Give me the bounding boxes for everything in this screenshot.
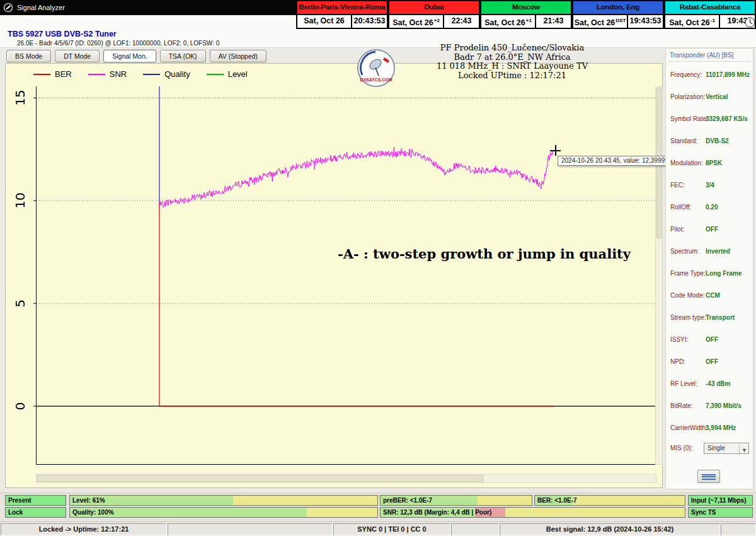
tab-tsa-ok-[interactable]: TSA (OK) xyxy=(160,50,206,62)
clock-date: Sat, Oct 26+2 xyxy=(388,15,443,29)
param-value: -43 dBm xyxy=(706,380,730,387)
mis-select[interactable]: Single ▼ xyxy=(704,443,749,454)
site-header-line4: Locked UPtime : 12:17:21 xyxy=(383,71,641,81)
param-label: FEC: xyxy=(670,182,685,189)
clock-date: Sat, Oct 26 xyxy=(296,15,351,29)
param-value: 7,390 Mbit/s xyxy=(706,402,742,409)
window-title: Signal Analyzer xyxy=(17,4,65,11)
clock-icon xyxy=(745,17,755,28)
status-label: Quality: 100% xyxy=(72,508,114,518)
clock-panel: MoscowSat, Oct 26+121:43 xyxy=(480,0,572,29)
series-snr xyxy=(159,147,553,207)
param-value: OFF xyxy=(706,336,718,343)
y-tick-label: 10 xyxy=(13,188,27,213)
clock-date: Sat, Oct 26-1 xyxy=(664,15,719,29)
status-label: preBER: <1.0E-7 xyxy=(383,496,432,506)
dxsatcs-logo: DXSATCS.COM xyxy=(357,49,396,88)
legend-item-ber: BER xyxy=(33,69,72,79)
chart-annotation: -A- : two-step growth or jump in quality xyxy=(338,246,631,262)
status-preber: preBER: <1.0E-7 xyxy=(380,495,532,506)
tab-signal-mon-[interactable]: Signal Mon. xyxy=(103,50,156,62)
transponder-row: Frequency:11017,899 MHz xyxy=(666,71,753,80)
param-label: Standard: xyxy=(670,137,697,144)
clock-panel: Rabat-CasablancaSat, Oct 26-119:43 xyxy=(664,0,756,29)
tab-dt-mode[interactable]: DT Mode xyxy=(55,50,100,62)
status-snr: SNR: 12,3 dB (Margin: 4,4 dB | Poor) xyxy=(380,507,685,518)
clock-time: 20:43:53 xyxy=(351,15,388,29)
param-value: 8PSK xyxy=(706,160,722,166)
meter-segment xyxy=(307,508,377,517)
clock-tz-label: -1 xyxy=(711,18,715,23)
menu-lines-icon xyxy=(702,474,716,475)
transponder-row: RF Level:-43 dBm xyxy=(666,380,753,389)
clock-date: Sat, Oct 26DST xyxy=(572,15,627,29)
y-tick-label: 5 xyxy=(13,291,27,316)
legend-item-snr: SNR xyxy=(88,69,127,79)
status-label: Input (~7,11 Mbps) xyxy=(691,496,747,506)
transponder-row: Stream type:Transport xyxy=(666,314,753,323)
sidebar-action-button[interactable] xyxy=(697,470,720,483)
legend-item-level: Level xyxy=(207,69,248,79)
clock-tz-label: +2 xyxy=(434,18,440,23)
clock-city-label: Rabat-Casablanca xyxy=(664,0,756,15)
chart-legend: BERSNRQualityLevel xyxy=(33,69,248,79)
tab-av-stopped-[interactable]: AV (Stopped) xyxy=(210,50,266,62)
statusbar-sync: SYNC 0 | TEI 0 | CC 0 xyxy=(333,523,450,535)
status-meters: PresentLevel: 61%preBER: <1.0E-7BER: <1.… xyxy=(0,492,756,521)
horizontal-scrollbar[interactable] xyxy=(36,474,656,483)
status-input: Input (~7,11 Mbps) xyxy=(688,495,753,506)
param-label: Frequency: xyxy=(670,71,702,78)
transponder-row: RollOff:0.20 xyxy=(666,204,753,213)
meter-segment xyxy=(233,496,377,505)
param-value: Transport xyxy=(706,314,735,321)
clock-panel: London, EngSat, Oct 26DST19:43:53 xyxy=(572,0,664,29)
site-header: PF Prodelin 450_Lučenec/Slovakia Badr 7 … xyxy=(383,44,641,80)
clock-time: 19:43:53 xyxy=(627,15,664,29)
vertical-scrollbar[interactable] xyxy=(655,86,663,465)
status-label: Present xyxy=(8,496,32,506)
hscroll-thumb[interactable] xyxy=(37,475,483,482)
mis-row: MIS (0): Single ▼ xyxy=(666,445,753,456)
transponder-row: Pilot:OFF xyxy=(666,226,753,235)
transponder-row: ISSYI:OFF xyxy=(666,336,753,345)
statusbar-empty xyxy=(451,523,499,535)
logo-text: DXSATCS.COM xyxy=(360,78,392,82)
param-value: 11017,899 MHz xyxy=(706,71,750,78)
site-header-line2: Badr 7 at 26.0°E_NW Africa xyxy=(383,53,641,62)
status-sync-ts: Sync TS xyxy=(688,507,753,518)
plot-area[interactable] xyxy=(36,86,656,465)
clock-city-label: Dubai xyxy=(388,0,480,15)
transponder-row: Polarization:Vertical xyxy=(666,93,753,102)
statusbar-best-signal: Best signal: 12,9 dB (2024-10-26 15:42) xyxy=(500,523,720,535)
status-label: SNR: 12,3 dB (Margin: 4,4 dB | Poor) xyxy=(383,508,491,518)
mode-tabs: BS ModeDT ModeSignal Mon.TSA (OK)AV (Sto… xyxy=(6,50,266,62)
param-label: CarrierWidth: xyxy=(670,424,707,431)
clock-date: Sat, Oct 26+1 xyxy=(480,15,535,29)
status-bar: Locked -> Uptime: 12:17:21 SYNC 0 | TEI … xyxy=(0,521,756,536)
transponder-row: BitRate:7,390 Mbit/s xyxy=(666,402,753,411)
status-ber: BER: <1.0E-7 xyxy=(534,495,685,506)
site-header-line3: 11 018 MHz_H : SNRT Laayoune TV xyxy=(383,62,641,71)
clock-city-label: Berlin-Paris-Vienna-Roma xyxy=(296,0,388,15)
statusbar-empty xyxy=(721,523,756,535)
param-label: Spectrum: xyxy=(670,248,699,255)
legend-swatch xyxy=(207,74,224,75)
app-icon xyxy=(3,3,13,13)
statusbar-uptime: Locked -> Uptime: 12:17:21 xyxy=(1,523,167,535)
param-label: Stream type: xyxy=(670,314,706,321)
legend-swatch xyxy=(143,74,160,75)
param-label: MIS (0): xyxy=(670,445,693,452)
param-label: NPD: xyxy=(670,358,685,365)
world-clocks: Berlin-Paris-Vienna-RomaSat, Oct 2620:43… xyxy=(296,0,756,29)
transponder-row: Standard:DVB-S2 xyxy=(666,137,753,146)
tab-bs-mode[interactable]: BS Mode xyxy=(6,50,51,62)
clock-tz-label: +1 xyxy=(526,18,532,23)
legend-label: BER xyxy=(55,69,72,79)
param-value: 3/4 xyxy=(706,182,714,189)
legend-label: Quality xyxy=(164,69,190,79)
param-value: Inverted xyxy=(706,248,730,255)
site-header-line1: PF Prodelin 450_Lučenec/Slovakia xyxy=(383,44,641,53)
divider xyxy=(668,61,750,62)
clock-time-row: Sat, Oct 26DST19:43:53 xyxy=(572,15,664,29)
transponder-panel: Transponder (AU) [BS] Frequency:11017,89… xyxy=(665,48,753,489)
